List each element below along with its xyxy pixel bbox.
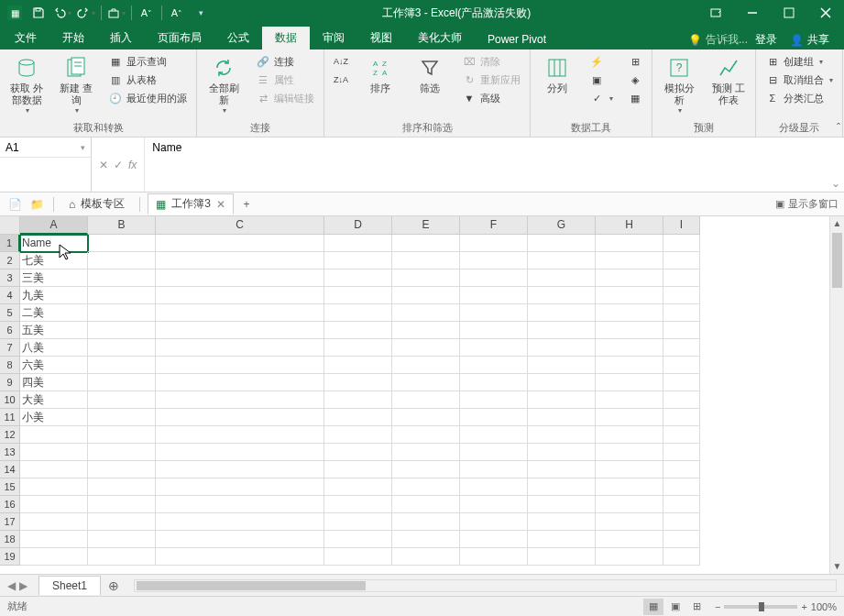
cell-H11[interactable] [596,409,663,426]
page-layout-icon[interactable]: ▣ [665,599,685,615]
cell-F11[interactable] [460,409,528,426]
close-tab-icon[interactable]: ✕ [216,198,225,211]
sort-desc-button[interactable]: Z↓A [330,72,352,88]
cell-H15[interactable] [596,478,663,496]
cell-F14[interactable] [460,461,528,478]
cell-C10[interactable] [156,391,324,409]
cell-A19[interactable] [20,548,88,566]
tab-file[interactable]: 文件 [2,27,49,50]
cell-E8[interactable] [392,357,460,374]
cell-H3[interactable] [596,270,663,287]
namebox-dropdown-icon[interactable]: ▾ [81,143,85,152]
cell-C17[interactable] [156,513,324,531]
cell-G15[interactable] [528,478,596,496]
group-button[interactable]: ⊞创建组 [762,53,837,70]
cell-D6[interactable] [324,322,392,339]
cell-H14[interactable] [596,461,663,478]
cell-F2[interactable] [460,252,528,270]
cell-G13[interactable] [528,444,596,461]
cell-H19[interactable] [596,548,663,566]
cell-G3[interactable] [528,270,596,287]
cell-F10[interactable] [460,391,528,409]
cell-E18[interactable] [392,531,460,548]
cell-A15[interactable] [20,478,88,496]
row-header-13[interactable]: 13 [0,444,20,461]
cell-G1[interactable] [528,235,596,252]
cell-C4[interactable] [156,287,324,304]
select-all-corner[interactable] [0,216,20,235]
cancel-icon[interactable]: ✕ [99,159,108,171]
cell-I4[interactable] [663,287,700,304]
cell-E11[interactable] [392,409,460,426]
cell-I7[interactable] [663,339,700,357]
cell-D13[interactable] [324,444,392,461]
zoom-level[interactable]: 100% [811,601,837,612]
cell-I5[interactable] [663,304,700,322]
scroll-thumb[interactable] [832,233,842,288]
cell-A4[interactable]: 九美 [20,287,88,304]
cell-I12[interactable] [663,426,700,444]
cell-I17[interactable] [663,513,700,531]
cell-C19[interactable] [156,548,324,566]
cell-C3[interactable] [156,270,324,287]
tab-view[interactable]: 视图 [357,27,405,50]
tab-home[interactable]: 开始 [49,27,97,50]
tab-data[interactable]: 数据 [262,27,310,50]
col-header-E[interactable]: E [392,216,460,235]
redo-icon[interactable] [75,2,97,24]
cell-I6[interactable] [663,322,700,339]
qat-customize-icon[interactable]: ▾ [190,2,212,24]
cell-A13[interactable] [20,444,88,461]
recent-sources-button[interactable]: 🕘最近使用的源 [104,90,191,106]
cell-A8[interactable]: 六美 [20,357,88,374]
cell-D11[interactable] [324,409,392,426]
row-header-2[interactable]: 2 [0,252,20,270]
row-header-3[interactable]: 3 [0,270,20,287]
cell-A16[interactable] [20,496,88,513]
font-decrease-icon[interactable]: A˅ [136,2,158,24]
cell-G5[interactable] [528,304,596,322]
cell-B18[interactable] [88,531,156,548]
cell-F1[interactable] [460,235,528,252]
cell-B9[interactable] [88,374,156,391]
cell-A12[interactable] [20,426,88,444]
col-header-H[interactable]: H [596,216,663,235]
cell-D9[interactable] [324,374,392,391]
col-header-B[interactable]: B [88,216,156,235]
cell-E10[interactable] [392,391,460,409]
cell-A3[interactable]: 三美 [20,270,88,287]
cell-C9[interactable] [156,374,324,391]
excel-icon[interactable]: ▦ [4,2,26,24]
cell-B11[interactable] [88,409,156,426]
cell-I2[interactable] [663,252,700,270]
cell-G10[interactable] [528,391,596,409]
sheet-tab-1[interactable]: Sheet1 [38,576,101,595]
add-tab-icon[interactable]: + [237,198,256,211]
cell-E1[interactable] [392,235,460,252]
cell-F6[interactable] [460,322,528,339]
cell-I3[interactable] [663,270,700,287]
refresh-all-button[interactable]: 全部刷新 [203,53,245,116]
cell-G7[interactable] [528,339,596,357]
cell-H6[interactable] [596,322,663,339]
cell-C18[interactable] [156,531,324,548]
col-header-A[interactable]: A [20,216,88,235]
cell-A9[interactable]: 四美 [20,374,88,391]
cell-E7[interactable] [392,339,460,357]
cell-B4[interactable] [88,287,156,304]
row-header-5[interactable]: 5 [0,304,20,322]
cell-I13[interactable] [663,444,700,461]
ribbon-options-icon[interactable] [697,0,734,26]
cell-I1[interactable] [663,235,700,252]
cell-G11[interactable] [528,409,596,426]
row-header-17[interactable]: 17 [0,513,20,531]
cell-H2[interactable] [596,252,663,270]
name-box-input[interactable] [5,141,70,154]
cell-A14[interactable] [20,461,88,478]
cell-D14[interactable] [324,461,392,478]
cell-A7[interactable]: 八美 [20,339,88,357]
cell-I10[interactable] [663,391,700,409]
cell-F16[interactable] [460,496,528,513]
cell-B13[interactable] [88,444,156,461]
cell-F17[interactable] [460,513,528,531]
